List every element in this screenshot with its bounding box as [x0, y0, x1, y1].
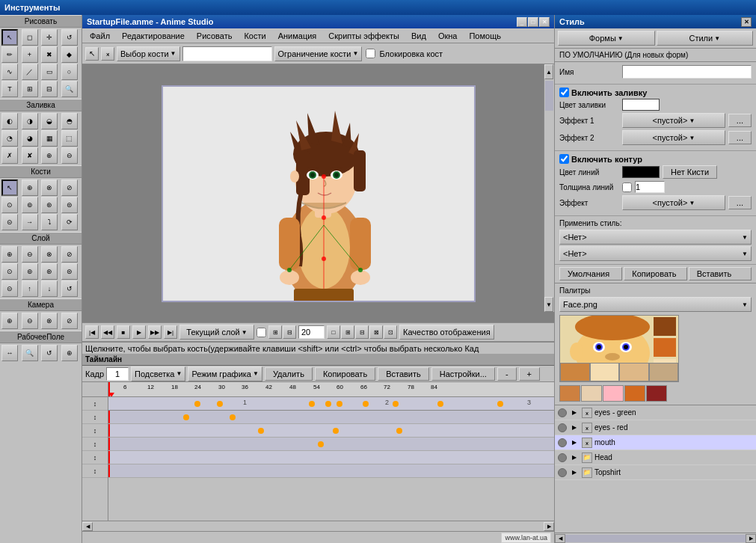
play-btn[interactable]: ▶ [132, 325, 146, 339]
effect2-more-btn[interactable]: ... [728, 131, 752, 144]
layer-tool-3[interactable]: ⊗ [41, 246, 58, 263]
menu-view[interactable]: Вид [407, 31, 431, 41]
pal-color-3[interactable] [619, 363, 649, 381]
styles-dropdown[interactable]: Стили ▼ [657, 31, 754, 46]
fill-color-swatch[interactable] [622, 99, 660, 111]
outline-enable-checkbox[interactable] [559, 154, 569, 164]
camera-tool-4[interactable]: ⊘ [61, 313, 78, 329]
layer-scroll-track[interactable] [565, 535, 746, 542]
fill-tool-1[interactable]: ◐ [1, 113, 18, 129]
tool-rect[interactable]: ▭ [41, 64, 58, 80]
highlight-dropdown[interactable]: Подсветка ▼ [131, 366, 185, 381]
effect2-dropdown[interactable]: <пустой> ▼ [622, 130, 725, 145]
tool-zoom[interactable]: 🔍 [61, 81, 78, 97]
bone-tool-12[interactable]: ⟳ [61, 214, 78, 230]
pal-swatch-2[interactable] [581, 385, 602, 402]
line-width-input[interactable] [635, 181, 665, 193]
menu-file[interactable]: Файл [85, 31, 114, 41]
layer-item-eyes-green[interactable]: ▶ ⁎ eyes - green [555, 405, 756, 420]
tool-convert[interactable]: ◆ [61, 46, 78, 63]
fill-tool-10[interactable]: ✘ [22, 147, 38, 164]
style-paste-btn[interactable]: Вставить [689, 267, 752, 280]
menu-bones[interactable]: Кости [239, 31, 270, 41]
line-width-checkbox[interactable] [622, 182, 632, 192]
bone-tool-5[interactable]: ⊙ [1, 197, 18, 213]
pb-icon-1[interactable]: □ [327, 325, 340, 339]
tool-move[interactable]: ✛ [41, 29, 58, 46]
defaults-btn[interactable]: Умолчания [559, 267, 622, 280]
pb-icon-3[interactable]: ⊟ [355, 325, 369, 339]
layer-expand-eyes-green[interactable]: ▶ [569, 408, 580, 418]
menu-windows[interactable]: Окна [434, 31, 462, 41]
bone-tool-6[interactable]: ⊚ [22, 197, 38, 213]
constraint-dropdown[interactable]: Ограничение кости ▼ [274, 46, 363, 61]
canvas-area[interactable] [162, 85, 476, 302]
tl-minus-btn[interactable]: - [497, 367, 517, 381]
graph-mode-dropdown[interactable]: Режим графика ▼ [188, 366, 262, 381]
tool-curve[interactable]: ∿ [1, 64, 18, 80]
tool-ellipse[interactable]: ○ [61, 64, 78, 80]
tool-add[interactable]: + [22, 46, 38, 63]
tool-select[interactable]: ◻ [22, 29, 38, 46]
pb-icon-2[interactable]: ⊞ [341, 325, 354, 339]
fill-tool-5[interactable]: ◔ [1, 130, 18, 147]
pal-swatch-4[interactable] [624, 385, 645, 402]
inner-minimize-btn[interactable]: _ [517, 17, 527, 27]
name-input[interactable] [622, 65, 752, 79]
line-effect-more-btn[interactable]: ... [728, 196, 752, 209]
bone-tool-select[interactable]: ↖ [1, 180, 18, 196]
shapes-dropdown[interactable]: Формы ▼ [558, 31, 655, 46]
layer-item-mouth[interactable]: ▶ ⁎ mouth [555, 435, 756, 450]
layer-scroll-right[interactable]: ▶ [746, 534, 756, 543]
tool-rotate[interactable]: ↺ [61, 29, 78, 46]
layer-tool-11[interactable]: ↓ [41, 280, 58, 297]
pal-color-2[interactable] [590, 363, 620, 381]
frame-input[interactable] [106, 367, 129, 381]
camera-tool-2[interactable]: ⊖ [22, 313, 38, 329]
layer-tool-12[interactable]: ↺ [61, 280, 78, 297]
fill-enable-checkbox[interactable] [559, 88, 569, 97]
style-copy-btn[interactable]: Копировать [624, 267, 686, 280]
bone-tool-4[interactable]: ⊘ [61, 180, 78, 196]
bone-tool-11[interactable]: ⤵ [41, 214, 58, 230]
hscroll-right[interactable]: ▶ [544, 522, 554, 531]
layer-tool-8[interactable]: ⊜ [61, 263, 78, 280]
fill-tool-11[interactable]: ⊕ [41, 147, 58, 164]
layer-tool-6[interactable]: ⊚ [22, 263, 38, 280]
bone-tool-add[interactable]: ⊕ [22, 180, 38, 196]
camera-tool-3[interactable]: ⊗ [41, 313, 58, 329]
tl-plus-btn[interactable]: + [519, 367, 540, 381]
pb-icon-4[interactable]: ⊠ [369, 325, 383, 339]
work-tool-3[interactable]: ↺ [41, 345, 58, 361]
menu-animation[interactable]: Анимация [274, 31, 322, 41]
work-tool-4[interactable]: ⊕ [61, 345, 78, 361]
layer-tool-5[interactable]: ⊙ [1, 263, 18, 280]
play-next-btn[interactable]: ▶▶ [148, 325, 162, 339]
layer-expand-mouth[interactable]: ▶ [569, 438, 580, 448]
pal-swatch-5[interactable] [646, 385, 667, 402]
toolbar-arrow-icon[interactable]: ↖ [85, 47, 99, 61]
play-prev-btn[interactable]: ◀◀ [101, 325, 114, 339]
pb-icon-5[interactable]: ⊡ [384, 325, 397, 339]
layer-tool-2[interactable]: ⊖ [22, 246, 38, 263]
palette-select-dropdown[interactable]: Face.png ▼ [559, 297, 752, 312]
bone-tool-manipulate[interactable]: ⊗ [41, 180, 58, 196]
bone-name-input[interactable] [182, 46, 272, 61]
menu-draw[interactable]: Рисовать [192, 31, 237, 41]
bone-tool-8[interactable]: ⊜ [61, 197, 78, 213]
pal-swatch-3[interactable] [603, 385, 624, 402]
camera-tool-1[interactable]: ⊕ [1, 313, 18, 329]
view-btn-2[interactable]: ⊟ [283, 325, 296, 339]
settings-btn[interactable]: Настройки... [431, 367, 495, 381]
menu-scripts[interactable]: Скрипты эффекты [324, 31, 404, 41]
effect1-dropdown[interactable]: <пустой> ▼ [622, 113, 725, 128]
fill-tool-8[interactable]: ⬚ [61, 130, 78, 147]
onion-skin-checkbox[interactable] [256, 328, 266, 337]
bone-tool-9[interactable]: ⊝ [1, 214, 18, 230]
layer-tool-1[interactable]: ⊕ [1, 246, 18, 263]
layer-tool-7[interactable]: ⊛ [41, 263, 58, 280]
play-last-btn[interactable]: ▶| [164, 325, 177, 339]
line-color-swatch[interactable] [622, 166, 660, 178]
layer-expand-topshirt[interactable]: ▶ [569, 467, 580, 478]
layer-tool-9[interactable]: ⊝ [1, 280, 18, 297]
